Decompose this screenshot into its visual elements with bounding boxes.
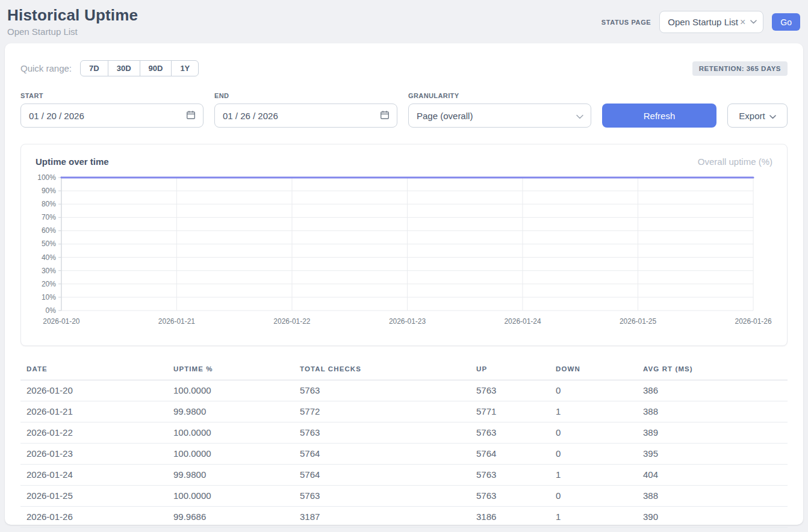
table-cell: 5764 <box>294 465 470 486</box>
granularity-value: Page (overall) <box>417 111 473 121</box>
table-cell: 99.9686 <box>167 507 294 528</box>
svg-text:20%: 20% <box>42 280 56 288</box>
table-cell: 5772 <box>294 401 470 422</box>
table-cell: 5763 <box>294 380 470 401</box>
uptime-chart: 0%10%20%30%40%50%60%70%80%90%100%2026-01… <box>36 174 772 330</box>
quick-range-30d[interactable]: 30D <box>108 60 140 76</box>
chevron-down-icon <box>769 111 776 121</box>
table-cell: 0 <box>550 380 637 401</box>
table-cell: 5763 <box>294 486 470 507</box>
column-header: AVG RT (MS) <box>637 360 788 380</box>
table-cell: 5763 <box>470 486 550 507</box>
svg-text:0%: 0% <box>46 306 57 315</box>
table-cell: 3187 <box>294 507 470 528</box>
column-header: UP <box>470 360 550 380</box>
table-cell: 2026-01-25 <box>20 486 167 507</box>
column-header: TOTAL CHECKS <box>294 360 470 380</box>
uptime-table: DATEUPTIME %TOTAL CHECKSUPDOWNAVG RT (MS… <box>20 360 788 528</box>
refresh-button[interactable]: Refresh <box>602 104 716 128</box>
export-label: Export <box>739 111 765 121</box>
quick-range-90d[interactable]: 90D <box>140 60 172 76</box>
go-button[interactable]: Go <box>772 13 800 31</box>
table-cell: 2026-01-22 <box>20 422 167 444</box>
table-cell: 1 <box>550 507 637 528</box>
page-subtitle: Open Startup List <box>7 26 138 37</box>
start-date-input[interactable]: 01 / 20 / 2026 <box>20 104 204 128</box>
filters-row: START 01 / 20 / 2026 END 01 / 26 / 2026 … <box>20 92 788 128</box>
chart-title: Uptime over time <box>36 156 109 167</box>
table-row: 2026-01-20100.0000576357630386 <box>20 380 788 401</box>
end-label: END <box>214 92 397 99</box>
svg-text:10%: 10% <box>42 293 56 302</box>
table-cell: 3186 <box>470 507 550 528</box>
header-controls: STATUS PAGE Open Startup List × Go <box>601 11 800 33</box>
quick-range-7d[interactable]: 7D <box>80 60 108 76</box>
svg-text:2026-01-22: 2026-01-22 <box>273 317 310 326</box>
svg-text:30%: 30% <box>42 267 56 275</box>
table-cell: 388 <box>637 486 788 507</box>
svg-text:50%: 50% <box>42 240 56 248</box>
svg-text:2026-01-25: 2026-01-25 <box>620 317 656 326</box>
column-header: DOWN <box>550 360 637 380</box>
table-cell: 2026-01-26 <box>20 507 167 528</box>
granularity-label: GRANULARITY <box>408 92 591 99</box>
table-cell: 0 <box>550 422 637 444</box>
table-cell: 5764 <box>294 444 470 465</box>
table-cell: 386 <box>637 380 788 401</box>
end-date-input[interactable]: 01 / 26 / 2026 <box>214 104 397 128</box>
clear-icon[interactable]: × <box>740 17 745 27</box>
table-cell: 5763 <box>294 422 470 444</box>
table-cell: 100.0000 <box>167 380 294 401</box>
granularity-select[interactable]: Page (overall) <box>408 104 591 128</box>
quick-range-row: Quick range: 7D30D90D1Y RETENTION: 365 D… <box>20 60 788 76</box>
table-cell: 0 <box>550 444 637 465</box>
table-row: 2026-01-2699.9686318731861390 <box>20 507 788 528</box>
table-row: 2026-01-22100.0000576357630389 <box>20 422 788 444</box>
column-header: UPTIME % <box>167 360 294 380</box>
table-cell: 99.9800 <box>167 401 294 422</box>
table-cell: 100.0000 <box>167 422 294 444</box>
retention-badge: RETENTION: 365 DAYS <box>692 61 788 76</box>
export-button[interactable]: Export <box>727 104 788 128</box>
table-cell: 0 <box>550 486 637 507</box>
table-cell: 2026-01-23 <box>20 444 167 465</box>
calendar-icon[interactable] <box>186 110 196 122</box>
svg-text:2026-01-23: 2026-01-23 <box>389 317 426 326</box>
start-date-value: 01 / 20 / 2026 <box>29 111 84 121</box>
table-cell: 404 <box>637 465 788 486</box>
table-cell: 5764 <box>470 444 550 465</box>
table-cell: 2026-01-20 <box>20 380 167 401</box>
svg-text:2026-01-24: 2026-01-24 <box>504 317 541 326</box>
page-header: Historical Uptime Open Startup List STAT… <box>0 0 808 43</box>
main-card: Quick range: 7D30D90D1Y RETENTION: 365 D… <box>5 43 803 525</box>
table-cell: 395 <box>637 444 788 465</box>
svg-text:2026-01-21: 2026-01-21 <box>158 317 195 326</box>
status-page-select[interactable]: Open Startup List × <box>659 11 763 33</box>
table-cell: 5763 <box>470 465 550 486</box>
uptime-chart-card: Uptime over time Overall uptime (%) 0%10… <box>20 144 788 346</box>
table-cell: 5763 <box>470 380 550 401</box>
table-cell: 2026-01-21 <box>20 401 167 422</box>
table-cell: 1 <box>550 465 637 486</box>
table-cell: 5763 <box>470 422 550 444</box>
table-row: 2026-01-25100.0000576357630388 <box>20 486 788 507</box>
table-cell: 1 <box>550 401 637 422</box>
svg-text:100%: 100% <box>37 174 56 182</box>
svg-text:2026-01-26: 2026-01-26 <box>735 317 771 326</box>
quick-range-1y[interactable]: 1Y <box>171 60 199 76</box>
svg-text:70%: 70% <box>42 213 56 221</box>
table-cell: 2026-01-24 <box>20 465 167 486</box>
status-page-label: STATUS PAGE <box>601 19 651 26</box>
table-row: 2026-01-2199.9800577257711388 <box>20 401 788 422</box>
table-row: 2026-01-23100.0000576457640395 <box>20 444 788 465</box>
svg-text:80%: 80% <box>42 200 56 208</box>
quick-range-label: Quick range: <box>20 63 72 73</box>
svg-text:40%: 40% <box>42 253 56 262</box>
calendar-icon[interactable] <box>380 110 390 122</box>
table-cell: 388 <box>637 401 788 422</box>
start-date-field: START 01 / 20 / 2026 <box>20 92 204 128</box>
chevron-down-icon <box>576 111 583 121</box>
table-cell: 99.9800 <box>167 465 294 486</box>
table-row: 2026-01-2499.9800576457631404 <box>20 465 788 486</box>
granularity-field: GRANULARITY Page (overall) <box>408 92 591 128</box>
